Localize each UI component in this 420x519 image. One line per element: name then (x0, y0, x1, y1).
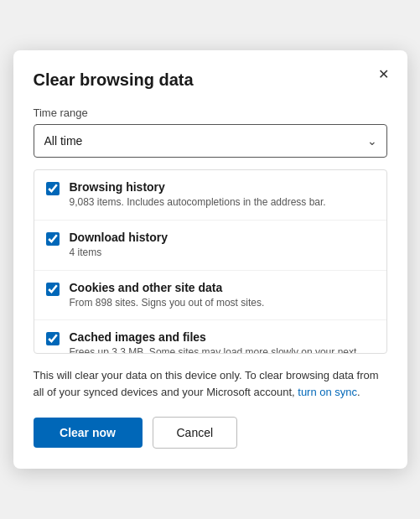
action-buttons: Clear now Cancel (34, 417, 387, 449)
cancel-button[interactable]: Cancel (153, 417, 238, 449)
info-text: This will clear your data on this device… (34, 367, 387, 400)
clear-browsing-data-dialog: ✕ Clear browsing data Time range Last ho… (13, 50, 407, 469)
download-history-desc: 4 items (70, 246, 168, 260)
time-range-label: Time range (34, 106, 387, 119)
close-button[interactable]: ✕ (372, 62, 396, 86)
list-item[interactable]: Download history 4 items (34, 221, 386, 271)
list-item[interactable]: Browsing history 9,083 items. Includes a… (34, 170, 386, 221)
list-item[interactable]: Cookies and other site data From 898 sit… (34, 271, 386, 321)
close-icon: ✕ (378, 66, 389, 82)
cookies-checkbox[interactable] (46, 283, 60, 296)
clear-now-button[interactable]: Clear now (34, 418, 143, 448)
browsing-history-desc: 9,083 items. Includes autocompletions in… (70, 195, 326, 210)
list-item[interactable]: Cached images and files Frees up 3.3 MB.… (34, 320, 386, 354)
cached-label: Cached images and files (70, 330, 375, 344)
download-history-checkbox[interactable] (46, 232, 60, 246)
browsing-history-label: Browsing history (70, 180, 326, 194)
dialog-title: Clear browsing data (34, 70, 387, 90)
cached-checkbox[interactable] (46, 332, 60, 345)
cookies-label: Cookies and other site data (70, 281, 265, 294)
cookies-desc: From 898 sites. Signs you out of most si… (70, 296, 265, 310)
checkbox-list: Browsing history 9,083 items. Includes a… (34, 169, 387, 354)
time-range-select-wrapper: Last hour Last 24 hours Last 7 days Last… (34, 124, 387, 158)
cached-desc: Frees up 3.3 MB. Some sites may load mor… (70, 345, 375, 354)
browsing-history-checkbox[interactable] (46, 182, 60, 195)
time-range-select[interactable]: Last hour Last 24 hours Last 7 days Last… (34, 124, 387, 158)
download-history-label: Download history (70, 231, 168, 244)
turn-on-sync-link[interactable]: turn on sync (298, 386, 357, 398)
